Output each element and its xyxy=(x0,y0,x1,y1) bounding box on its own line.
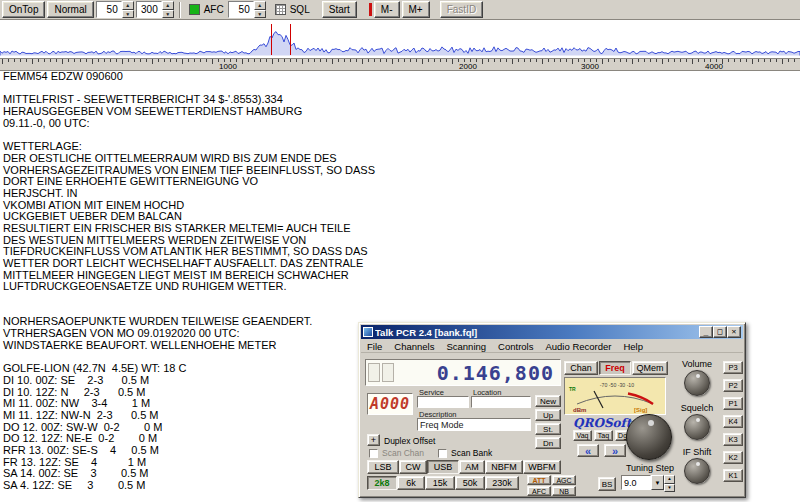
baud-spinner-down-icon[interactable]: ▼ xyxy=(162,10,174,19)
filter-button-6k[interactable]: 6k xyxy=(397,476,425,490)
sql-icon[interactable] xyxy=(275,4,286,15)
location-field[interactable] xyxy=(471,396,531,408)
side-button-k1[interactable]: K1 xyxy=(723,469,743,482)
spectrum-marker-1[interactable] xyxy=(271,24,272,55)
ruler-tick xyxy=(692,59,693,64)
shift-spinner-down-icon[interactable]: ▼ xyxy=(122,10,134,19)
ruler-tick xyxy=(128,59,129,62)
spectrum[interactable] xyxy=(0,20,800,58)
m-plus-button[interactable]: M+ xyxy=(402,1,430,18)
knob-volume[interactable] xyxy=(684,370,710,396)
knob-if-shift[interactable] xyxy=(684,458,710,484)
menu-audio-recorder[interactable]: Audio Recorder xyxy=(539,340,617,352)
tuning-step-value[interactable]: 9.0 xyxy=(621,475,651,490)
ruler-tick xyxy=(638,59,639,62)
ontop-button[interactable]: OnTop xyxy=(2,1,45,18)
filter-button-15k[interactable]: 15k xyxy=(425,476,455,490)
mode-button-lsb[interactable]: LSB xyxy=(367,460,399,474)
ruler-tick xyxy=(32,59,33,64)
qmem-button[interactable]: QMem xyxy=(632,361,668,375)
text-line xyxy=(3,293,798,305)
meter-red-zone xyxy=(628,394,653,405)
ruler-tick xyxy=(248,59,249,62)
side-button-p3[interactable]: P3 xyxy=(723,361,743,374)
scan-bank-checkbox[interactable] xyxy=(438,449,447,458)
tuning-step-down-icon[interactable]: ▼ xyxy=(664,484,675,493)
afc-spinner-up-icon[interactable]: ▲ xyxy=(254,1,266,10)
st-button[interactable]: St. xyxy=(535,423,561,435)
menu-scanning[interactable]: Scanning xyxy=(440,340,492,352)
filter-button-2k8[interactable]: 2k8 xyxy=(367,476,397,490)
ruler-tick xyxy=(416,59,417,62)
menu-channels[interactable]: Channels xyxy=(388,340,440,352)
dn-button[interactable]: Dn xyxy=(535,437,561,449)
aux-button-vaq[interactable]: Vaq xyxy=(573,430,592,441)
side-button-k2[interactable]: K2 xyxy=(723,451,743,464)
menu-help[interactable]: Help xyxy=(617,340,649,352)
menu-file[interactable]: File xyxy=(361,340,388,352)
att-button[interactable]: ATT xyxy=(527,475,551,485)
ruler-tick xyxy=(686,59,687,62)
baud-spinner-value[interactable]: 300 xyxy=(136,1,162,18)
fastid-button[interactable]: FastID xyxy=(440,1,483,18)
baud-spinner-up-icon[interactable]: ▲ xyxy=(162,1,174,10)
mode-select-button[interactable]: Normal xyxy=(47,1,93,18)
side-button-p2[interactable]: P2 xyxy=(723,379,743,392)
ruler-tick xyxy=(746,59,747,62)
side-button-p1[interactable]: P1 xyxy=(723,397,743,410)
afc-spinner-down-icon[interactable]: ▼ xyxy=(254,10,266,19)
m-minus-button[interactable]: M- xyxy=(374,1,400,18)
ruler-tick xyxy=(98,59,99,62)
mode-button-wbfm[interactable]: WBFM xyxy=(523,460,561,474)
up-button[interactable]: Up xyxy=(535,409,561,421)
ruler-tick xyxy=(200,59,201,62)
chan-button[interactable]: Chan xyxy=(564,361,598,375)
ruler-tick xyxy=(728,59,729,62)
ruler-tick xyxy=(332,59,333,64)
spectrum-trace xyxy=(0,20,800,58)
ruler-tick xyxy=(662,59,663,64)
knob-squelch[interactable] xyxy=(684,414,710,440)
ruler-tick xyxy=(524,59,525,62)
ruler-tick xyxy=(764,59,765,62)
afc-button[interactable]: AFC xyxy=(527,486,551,496)
nb-button[interactable]: NB xyxy=(552,486,576,496)
mode-button-am[interactable]: AM xyxy=(459,460,485,474)
service-field[interactable] xyxy=(417,396,469,408)
side-button-k4[interactable]: K4 xyxy=(723,415,743,428)
mode-button-cw[interactable]: CW xyxy=(399,460,427,474)
shift-spinner-value[interactable]: 50 xyxy=(96,1,122,18)
menu-controls[interactable]: Controls xyxy=(492,340,539,352)
bs-button[interactable]: BS xyxy=(598,477,616,491)
ruler-tick xyxy=(650,59,651,62)
spectrum-marker-2[interactable] xyxy=(290,24,291,55)
shift-spinner-up-icon[interactable]: ▲ xyxy=(122,1,134,10)
scan-chan-checkbox[interactable] xyxy=(369,449,378,458)
agc-button[interactable]: AGC xyxy=(552,475,576,485)
ruler-tick xyxy=(698,59,699,62)
ruler-tick xyxy=(20,59,21,62)
ruler-tick xyxy=(260,59,261,62)
side-button-k3[interactable]: K3 xyxy=(723,433,743,446)
ruler-tick xyxy=(776,59,777,62)
svg-text:dBm: dBm xyxy=(573,407,586,413)
freq-button[interactable]: Freq xyxy=(599,361,631,375)
tuning-step-up-icon[interactable]: ▲ xyxy=(664,475,675,484)
mode-button-nbfm[interactable]: NBFM xyxy=(485,460,523,474)
afc-indicator[interactable] xyxy=(189,4,200,15)
tune-down-button[interactable]: « xyxy=(577,444,599,457)
duplex-plus-button[interactable]: + xyxy=(367,434,380,446)
mode-button-usb[interactable]: USB xyxy=(427,460,459,474)
aux-button-taq[interactable]: Taq xyxy=(594,430,613,441)
start-button[interactable]: Start xyxy=(322,1,357,18)
filter-button-230k[interactable]: 230k xyxy=(485,476,519,490)
tuning-knob[interactable] xyxy=(626,414,672,460)
tuning-step-dropdown-icon[interactable]: ▼ xyxy=(651,475,664,490)
ruler-tick xyxy=(680,59,681,62)
afc-spinner-value[interactable]: 50 xyxy=(228,1,254,18)
new-button[interactable]: New xyxy=(535,395,561,407)
description-field[interactable]: Freq Mode xyxy=(417,418,531,431)
tune-up-button[interactable]: » xyxy=(604,444,626,457)
ruler-tick xyxy=(386,59,387,62)
filter-button-50k[interactable]: 50k xyxy=(455,476,485,490)
